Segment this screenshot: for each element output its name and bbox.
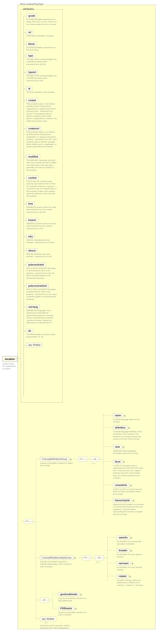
elem-broader: broader [117, 548, 129, 553]
elem-geoareadetails: geoAreaDetails [58, 592, 79, 596]
desc-id: The local identifier of the property. [26, 91, 57, 94]
line [24, 16, 26, 16]
choice-crg [95, 555, 104, 560]
line [73, 459, 78, 459]
line [36, 600, 40, 600]
attr-why: why [26, 234, 35, 239]
elem-remoteinfo: remoteInfo [113, 483, 129, 488]
elem-narrower: narrower [117, 561, 131, 566]
desc-crg: A group of properties required to indica… [40, 561, 73, 568]
line [107, 535, 108, 581]
line [52, 594, 53, 608]
desc-typeuri: The type of the concept assigned as cont… [26, 75, 57, 82]
attr-literal: literal [26, 42, 37, 46]
choice-geopoi [40, 598, 49, 603]
desc-howuri: Indicates by which means the value was e… [26, 222, 57, 230]
group-conceptrelationships: ConceptRelationshipsGroup [40, 556, 73, 560]
line [24, 331, 26, 331]
line [103, 413, 103, 514]
line [103, 415, 113, 415]
attr-id: id [26, 86, 32, 91]
line [24, 16, 24, 396]
elem-facet: facet [113, 460, 122, 464]
desc-remoteinfo: A link to an item or a web resource whic… [113, 488, 144, 496]
attr-pubconstraint: pubconstraint [26, 262, 46, 267]
elem-definition: definition [113, 426, 127, 430]
line [36, 459, 40, 459]
elem-related: related [117, 574, 128, 578]
line [103, 461, 113, 462]
desc-pubconstrainturi: One or many constraints that apply to pu… [26, 288, 57, 300]
elem-anyother: any ##other [40, 617, 56, 621]
line [21, 521, 24, 522]
line [24, 129, 26, 129]
line [91, 558, 95, 558]
line [24, 307, 26, 307]
diagram-canvas: FlexLocationPropType location A place wh… [0, 0, 158, 644]
desc-location: A place where the organisation is locate… [2, 363, 17, 370]
attr-qcode: qcode [26, 14, 37, 18]
elem-name: name [113, 413, 123, 418]
line [36, 459, 36, 619]
desc-cdg: A group of properties required to define… [40, 462, 73, 467]
desc-how: Indicates by which means the value was e… [26, 206, 57, 214]
line [24, 72, 26, 72]
line [79, 558, 83, 558]
line [104, 558, 107, 558]
attr-anyother: any ##other [26, 343, 43, 347]
type-title: FlexLocationPropType [20, 3, 43, 6]
desc-whyuri: Why the metadata has been included - exp… [26, 253, 57, 258]
line [103, 427, 113, 428]
elem-note: note [113, 445, 122, 449]
attr-uri: uri [26, 30, 33, 34]
choice-cdg [91, 457, 100, 462]
line [24, 251, 26, 251]
line [24, 220, 26, 220]
attr-modified: modified [26, 154, 40, 159]
desc-facet: In NAR 1.8 and later, facet is deprecate… [113, 465, 144, 479]
attr-pubconstrainturi: pubconstrainturi [26, 284, 49, 288]
line [36, 619, 40, 619]
desc-sameas: An identifier of a concept with equivale… [117, 540, 147, 546]
desc-literal: A concept identifier expressed as a free… [26, 46, 57, 52]
desc-creatoruri: If the property value is not defined, sp… [26, 131, 57, 148]
line [24, 286, 26, 286]
desc-narrower: An identifier of a more specific concept… [117, 566, 147, 571]
line [107, 550, 117, 550]
desc-definition: A natural language definition of the sem… [113, 430, 144, 440]
desc-qcode: A concept identifier expressed as a stri… [26, 18, 57, 26]
desc-modified: The date (and, optionally, the time) whe… [26, 159, 57, 172]
line [33, 522, 36, 522]
elem-poidetails: POIDetails [58, 606, 74, 611]
attr-xmllang: xml:lang [26, 305, 40, 309]
attr-howuri: howuri [26, 218, 38, 222]
desc-poi: A group of properties specific to a poin… [58, 611, 89, 616]
line [24, 157, 26, 157]
line [103, 485, 113, 485]
card: 0..∞ [45, 622, 48, 624]
attr-how: how [26, 202, 35, 206]
line [52, 608, 58, 608]
desc-related: A related concept, where the relationshi… [117, 579, 147, 586]
line [103, 446, 113, 447]
line [24, 32, 26, 33]
line [36, 558, 40, 558]
attr-typeuri: typeuri [26, 70, 38, 74]
line [24, 100, 26, 101]
attributes-label: attributes [23, 8, 34, 10]
line [24, 204, 26, 204]
elem-hierarchyinfo: hierarchyInfo [113, 498, 132, 503]
desc-why: Why the metadata has been included - exp… [26, 239, 57, 244]
desc-hierarchyinfo: Represents the position of a concept in … [113, 503, 144, 516]
desc-creator: If the property value is not defined, sp… [26, 103, 57, 122]
line [87, 459, 91, 459]
attr-custom: custom [26, 176, 39, 180]
desc-custom: If set to true the corresponding propert… [26, 180, 57, 198]
elem-sameas: sameAs [117, 535, 129, 540]
line [24, 265, 26, 265]
desc-uri: A URI which identifies a concept. [26, 35, 57, 37]
desc-name: A natural language name for the concept. [113, 418, 144, 423]
seq-cdg [78, 457, 87, 462]
line [107, 537, 117, 538]
desc-pubconstraint: One or many constraints that apply to pu… [26, 267, 57, 280]
